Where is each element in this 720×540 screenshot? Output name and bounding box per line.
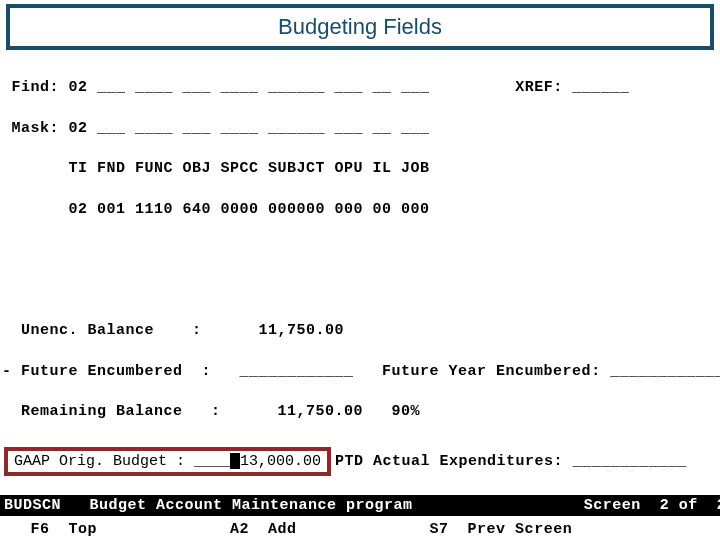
mask-line: Mask: 02 ___ ____ ___ ____ ______ ___ __… — [2, 119, 720, 139]
mask-label: Mask: — [12, 120, 60, 137]
find-label: Find: — [12, 79, 60, 96]
mask-data: 02 001 1110 640 0000 000000 000 00 000 — [2, 200, 720, 220]
cursor-icon — [230, 453, 240, 469]
terminal-screen: Find: 02 ___ ____ ___ ____ ______ ___ __… — [0, 58, 720, 443]
remaining-value: 11,750.00 — [278, 403, 364, 420]
xref-value[interactable]: ______ — [572, 79, 629, 96]
find-value[interactable]: 02 ___ ____ ___ ____ ______ ___ __ ___ — [69, 79, 430, 96]
mask-headers: TI FND FUNC OBJ SPCC SUBJCT OPU IL JOB — [2, 159, 720, 179]
remaining-line: Remaining Balance : 11,750.00 90% — [2, 402, 720, 422]
gaap-row-container: GAAP Orig. Budget : ____13,000.00 PTD Ac… — [0, 447, 720, 476]
screen-label: Screen — [584, 497, 641, 514]
key-f6[interactable]: F6 Top — [31, 521, 98, 538]
gaap-highlight-box: GAAP Orig. Budget : ____13,000.00 — [4, 447, 331, 476]
ptd-label: PTD Actual Expenditures: — [335, 453, 563, 470]
xref-label: XREF: — [515, 79, 563, 96]
mask-value[interactable]: 02 ___ ____ ___ ____ ______ ___ __ ___ — [69, 120, 430, 137]
future-year-value[interactable]: ____________ — [610, 363, 720, 380]
key-a2[interactable]: A2 Add — [230, 521, 297, 538]
future-enc-label: - Future Encumbered — [2, 363, 183, 380]
program-name: Budget Account Maintenance program — [90, 497, 413, 514]
find-line: Find: 02 ___ ____ ___ ____ ______ ___ __… — [2, 78, 720, 98]
page-title: Budgeting Fields — [278, 14, 442, 39]
screen-of: of — [679, 497, 698, 514]
key-s7[interactable]: S7 Prev Screen — [430, 521, 573, 538]
title-bar: Budgeting Fields — [6, 4, 714, 50]
footer-status-bar: BUDSCN Budget Account Maintenance progra… — [0, 495, 720, 516]
footer-function-keys: F6 Top A2 Add S7 Prev Screen — [0, 521, 720, 538]
gaap-value[interactable]: 13,000.00 — [240, 453, 321, 470]
remaining-label: Remaining Balance — [21, 403, 183, 420]
future-enc-value[interactable]: ____________ — [240, 363, 354, 380]
remaining-pct: 90% — [392, 403, 421, 420]
future-enc-line: - Future Encumbered : ____________ Futur… — [2, 362, 720, 382]
future-year-label: Future Year Encumbered: — [382, 363, 601, 380]
gaap-label: GAAP Orig. Budget — [14, 453, 167, 470]
ptd-value[interactable]: ____________ — [573, 453, 687, 470]
screen-current: 2 — [660, 497, 670, 514]
program-code: BUDSCN — [4, 497, 61, 514]
unenc-label: Unenc. Balance — [21, 322, 154, 339]
unenc-line: Unenc. Balance : 11,750.00 — [2, 321, 720, 341]
unenc-value: 11,750.00 — [259, 322, 345, 339]
